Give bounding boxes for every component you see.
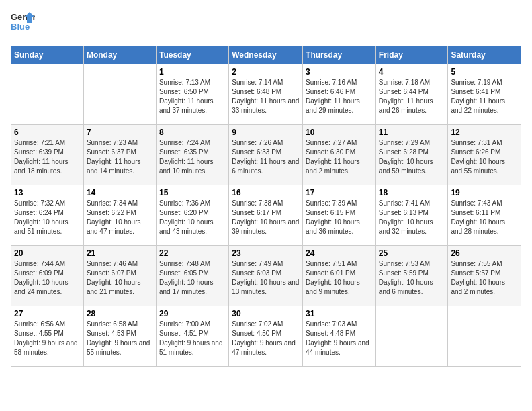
day-info: Sunrise: 7:46 AM: [87, 259, 153, 269]
day-number: 21: [87, 248, 153, 258]
day-info: Daylight: 10 hours and 47 minutes.: [87, 218, 153, 236]
day-info: Daylight: 10 hours and 28 minutes.: [451, 218, 518, 236]
day-info: Daylight: 11 hours and 29 minutes.: [306, 97, 373, 116]
day-info: Sunrise: 7:32 AM: [14, 199, 81, 208]
day-number: 12: [451, 128, 518, 137]
calendar-cell: 3Sunrise: 7:16 AMSunset: 6:46 PMDaylight…: [303, 64, 376, 125]
day-info: Sunrise: 7:00 AM: [159, 320, 226, 329]
day-info: Sunset: 6:30 PM: [306, 148, 373, 157]
day-info: Sunrise: 7:13 AM: [159, 78, 226, 87]
day-info: Daylight: 11 hours and 37 minutes.: [159, 97, 226, 116]
day-info: Sunrise: 7:34 AM: [87, 199, 153, 208]
calendar-cell: 17Sunrise: 7:39 AMSunset: 6:15 PMDayligh…: [303, 185, 376, 246]
day-number: 13: [14, 188, 81, 197]
day-info: Sunset: 6:13 PM: [379, 208, 445, 218]
page-header: General Blue: [11, 11, 521, 38]
day-info: Sunset: 6:35 PM: [159, 148, 226, 157]
calendar-week-row: 6Sunrise: 7:21 AMSunset: 6:39 PMDaylight…: [11, 125, 521, 185]
day-number: 22: [159, 248, 226, 258]
day-number: 31: [306, 309, 373, 318]
day-number: 17: [306, 188, 373, 197]
day-number: 19: [451, 188, 518, 197]
day-info: Sunset: 4:48 PM: [306, 329, 373, 338]
day-info: Sunset: 6:48 PM: [232, 87, 300, 97]
day-info: Sunset: 5:59 PM: [379, 269, 445, 278]
day-info: Sunset: 6:50 PM: [159, 87, 226, 97]
calendar-cell: 5Sunrise: 7:19 AMSunset: 6:41 PMDaylight…: [448, 64, 521, 125]
day-number: 20: [14, 248, 81, 258]
day-info: Daylight: 11 hours and 6 minutes.: [232, 157, 300, 176]
day-info: Sunset: 6:11 PM: [451, 208, 518, 218]
logo-graphic: General Blue: [11, 11, 35, 38]
calendar-cell: 14Sunrise: 7:34 AMSunset: 6:22 PMDayligh…: [83, 185, 156, 246]
calendar-cell: 29Sunrise: 7:00 AMSunset: 4:51 PMDayligh…: [156, 306, 228, 367]
day-info: Daylight: 11 hours and 22 minutes.: [451, 97, 518, 116]
day-info: Sunset: 4:55 PM: [14, 329, 81, 338]
calendar-cell: 28Sunrise: 6:58 AMSunset: 4:53 PMDayligh…: [83, 306, 156, 367]
day-number: 6: [14, 128, 81, 137]
day-info: Daylight: 10 hours and 59 minutes.: [379, 157, 445, 176]
day-info: Daylight: 11 hours and 14 minutes.: [87, 157, 153, 176]
day-info: Sunset: 6:26 PM: [451, 148, 518, 157]
day-info: Daylight: 10 hours and 51 minutes.: [14, 218, 81, 236]
calendar-cell: [11, 64, 84, 125]
calendar-cell: 7Sunrise: 7:23 AMSunset: 6:37 PMDaylight…: [83, 125, 156, 185]
day-info: Daylight: 10 hours and 21 minutes.: [87, 278, 153, 297]
day-number: 11: [379, 128, 445, 137]
day-info: Sunrise: 7:19 AM: [451, 78, 518, 87]
day-info: Daylight: 11 hours and 26 minutes.: [379, 97, 445, 116]
day-info: Daylight: 11 hours and 2 minutes.: [306, 157, 373, 176]
day-number: 2: [232, 67, 300, 77]
day-info: Sunrise: 6:58 AM: [87, 320, 153, 329]
day-number: 30: [232, 309, 300, 318]
day-info: Daylight: 11 hours and 10 minutes.: [159, 157, 226, 176]
day-info: Daylight: 9 hours and 51 minutes.: [159, 338, 226, 357]
day-info: Sunset: 6:41 PM: [451, 87, 518, 97]
day-info: Sunrise: 7:31 AM: [451, 138, 518, 148]
svg-text:Blue: Blue: [11, 21, 30, 32]
calendar-cell: 6Sunrise: 7:21 AMSunset: 6:39 PMDaylight…: [11, 125, 84, 185]
day-number: 27: [14, 309, 81, 318]
calendar-cell: 9Sunrise: 7:26 AMSunset: 6:33 PMDaylight…: [229, 125, 303, 185]
day-info: Daylight: 9 hours and 47 minutes.: [232, 338, 300, 357]
day-info: Daylight: 10 hours and 32 minutes.: [379, 218, 445, 236]
calendar-cell: 24Sunrise: 7:51 AMSunset: 6:01 PMDayligh…: [303, 246, 376, 306]
day-info: Sunset: 6:24 PM: [14, 208, 81, 218]
calendar-cell: 16Sunrise: 7:38 AMSunset: 6:17 PMDayligh…: [229, 185, 303, 246]
day-info: Daylight: 10 hours and 6 minutes.: [379, 278, 445, 297]
day-info: Sunrise: 7:38 AM: [232, 199, 300, 208]
day-info: Sunset: 4:51 PM: [159, 329, 226, 338]
calendar-cell: 8Sunrise: 7:24 AMSunset: 6:35 PMDaylight…: [156, 125, 228, 185]
day-info: Sunrise: 7:21 AM: [14, 138, 81, 148]
day-info: Sunset: 6:17 PM: [232, 208, 300, 218]
day-info: Daylight: 10 hours and 43 minutes.: [159, 218, 226, 236]
day-info: Sunrise: 7:53 AM: [379, 259, 445, 269]
day-number: 3: [306, 67, 373, 77]
day-number: 9: [232, 128, 300, 137]
day-info: Sunset: 6:20 PM: [159, 208, 226, 218]
calendar-cell: [448, 306, 521, 367]
calendar-week-row: 27Sunrise: 6:56 AMSunset: 4:55 PMDayligh…: [11, 306, 521, 367]
day-number: 23: [232, 248, 300, 258]
day-number: 7: [87, 128, 153, 137]
calendar-cell: 18Sunrise: 7:41 AMSunset: 6:13 PMDayligh…: [375, 185, 448, 246]
day-number: 14: [87, 188, 153, 197]
calendar-cell: 1Sunrise: 7:13 AMSunset: 6:50 PMDaylight…: [156, 64, 228, 125]
day-number: 28: [87, 309, 153, 318]
day-number: 15: [159, 188, 226, 197]
calendar-cell: 19Sunrise: 7:43 AMSunset: 6:11 PMDayligh…: [448, 185, 521, 246]
calendar-cell: 27Sunrise: 6:56 AMSunset: 4:55 PMDayligh…: [11, 306, 84, 367]
calendar-cell: 4Sunrise: 7:18 AMSunset: 6:44 PMDaylight…: [375, 64, 448, 125]
calendar-week-row: 20Sunrise: 7:44 AMSunset: 6:09 PMDayligh…: [11, 246, 521, 306]
weekday-header: Tuesday: [156, 46, 228, 64]
day-info: Sunrise: 6:56 AM: [14, 320, 81, 329]
day-info: Sunrise: 7:51 AM: [306, 259, 373, 269]
day-info: Sunset: 6:07 PM: [87, 269, 153, 278]
day-number: 18: [379, 188, 445, 197]
weekday-header: Friday: [375, 46, 448, 64]
calendar-cell: [83, 64, 156, 125]
calendar-cell: 25Sunrise: 7:53 AMSunset: 5:59 PMDayligh…: [375, 246, 448, 306]
weekday-header: Wednesday: [229, 46, 303, 64]
day-number: 16: [232, 188, 300, 197]
day-info: Sunrise: 7:49 AM: [232, 259, 300, 269]
